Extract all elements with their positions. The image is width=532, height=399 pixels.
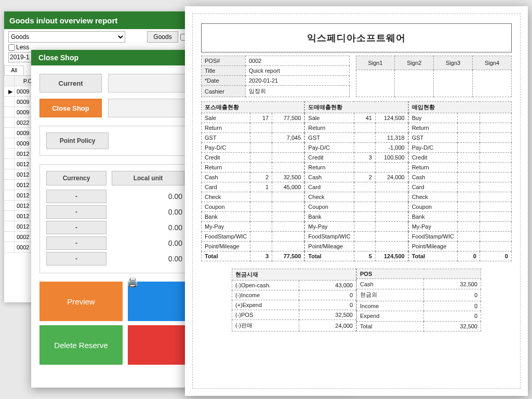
- grid-rowhead: [4, 180, 15, 190]
- current-button[interactable]: Current: [39, 74, 102, 92]
- grid-rowhead: [4, 138, 15, 149]
- grid-rowhead: ▶: [4, 86, 15, 97]
- close-shop-button[interactable]: Close Shop: [39, 99, 102, 117]
- grid-rowhead: [4, 97, 15, 107]
- grid-rowhead: [4, 128, 15, 138]
- cashbox-right: POSCash32,500현금외0Income0Expend0Total32,5…: [356, 269, 481, 331]
- preview-button[interactable]: Preview: [39, 282, 123, 321]
- grid-rowhead: [4, 169, 15, 180]
- cash-box-tables: 현금시재(-)Open-cash.43,000(-)Income0(+)Expe…: [201, 269, 512, 331]
- report-sign-table: Sign1 Sign2 Sign3 Sign4: [356, 56, 512, 97]
- currency-header: Currency: [46, 171, 107, 185]
- currency-value: 0.00: [112, 208, 184, 216]
- currency-select-button[interactable]: -: [46, 190, 107, 203]
- report-window: 익스페디아소프트웨어 POS#0002 TitleQuick report *D…: [185, 6, 528, 396]
- currency-select-button[interactable]: -: [46, 236, 107, 250]
- currency-value: 0.00: [112, 239, 184, 247]
- sales-table: 매입현황BuyReturnGSTPay-D/CCreditReturnCashC…: [408, 101, 512, 261]
- sales-table: 도매매출현황Sale41124,500ReturnGST11,318Pay-D/…: [304, 101, 408, 261]
- sales-three-tables: 포스매출현황Sale1777,500ReturnGST7,045Pay-D/CC…: [201, 101, 512, 261]
- grid-rowhead-hdr: [4, 76, 15, 86]
- currency-select-button[interactable]: -: [46, 205, 107, 219]
- grid-rowhead: [4, 107, 15, 117]
- report-page: 익스페디아소프트웨어 POS#0002 TitleQuick report *D…: [192, 14, 521, 389]
- currency-select-button[interactable]: -: [46, 252, 107, 265]
- report-meta-table: POS#0002 TitleQuick report *Date2020-01-…: [201, 56, 350, 97]
- grid-rowhead: [4, 159, 15, 169]
- currency-value: 0.00: [112, 223, 184, 232]
- grid-rowhead: [4, 211, 15, 221]
- local-unit-header: Local unit: [112, 171, 184, 185]
- point-policy-button[interactable]: Point Policy: [46, 132, 109, 149]
- goods-button[interactable]: Goods: [147, 31, 178, 43]
- tab-all[interactable]: All: [4, 65, 24, 75]
- grid-rowhead: [4, 221, 15, 232]
- sales-table: 포스매출현황Sale1777,500ReturnGST7,045Pay-D/CC…: [201, 101, 304, 261]
- grid-rowhead: [4, 190, 15, 201]
- grid-rowhead: [4, 149, 15, 159]
- close-shop-title: Close Shop: [38, 54, 78, 62]
- grid-rowhead: [4, 242, 15, 252]
- currency-select-button[interactable]: -: [46, 221, 107, 234]
- currency-value: 0.00: [112, 192, 184, 201]
- grid-rowhead: [4, 201, 15, 211]
- cashbox-left: 현금시재(-)Open-cash.43,000(-)Income0(+)Expe…: [232, 269, 356, 331]
- printer-icon[interactable]: 🖨️: [127, 276, 138, 288]
- report-company: 익스페디아소프트웨어: [201, 23, 512, 52]
- delete-reserve-button[interactable]: Delete Reserve: [39, 325, 123, 365]
- grid-rowhead: [4, 232, 15, 242]
- currency-value: 0.00: [112, 255, 184, 263]
- grid-rowhead: [4, 117, 15, 128]
- goods-select[interactable]: Goods: [8, 31, 125, 43]
- less-checkbox[interactable]: Less: [8, 44, 29, 51]
- main-title: Goods in/out overview report: [9, 16, 117, 25]
